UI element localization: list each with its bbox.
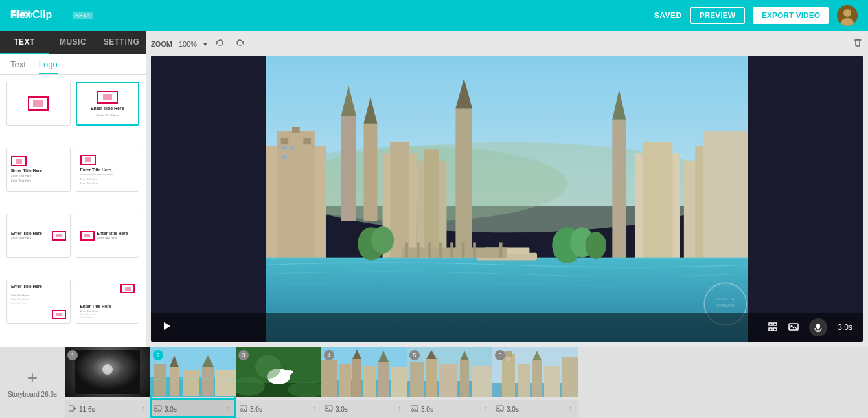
svg-point-89 [287, 370, 293, 374]
svg-rect-49 [462, 242, 465, 257]
undo-button[interactable] [214, 36, 227, 52]
svg-text:FLEXCLIP: FLEXCLIP [716, 297, 735, 301]
zoom-label: ZOOM [151, 40, 172, 48]
svg-rect-51 [499, 242, 503, 257]
zoom-value[interactable]: 100% [179, 40, 197, 48]
image-button[interactable] [788, 322, 799, 334]
clip-3-duration: 3.0s [250, 406, 308, 413]
canvas-area: ZOOM 100% ▾ [146, 31, 868, 347]
avatar[interactable] [837, 5, 858, 26]
clip-6-footer: 3.0s ⋮ [492, 400, 578, 418]
svg-rect-37 [290, 146, 295, 150]
storyboard: + Storyboard 26.6s [0, 347, 868, 418]
clip-2-type-icon [154, 405, 162, 413]
preview-button[interactable]: PREVIEW [690, 7, 745, 24]
svg-rect-112 [439, 364, 457, 397]
video-canvas: FLEXCLIP WATERMARK 3.0s [151, 56, 863, 342]
clip-3-menu[interactable]: ⋮ [311, 406, 317, 413]
template-card-3[interactable]: Enter Title Here Enter Title HereEnter T… [6, 148, 71, 192]
svg-rect-113 [460, 360, 469, 397]
svg-rect-98 [339, 364, 351, 397]
duration-label: 3.0s [838, 323, 852, 332]
template-card-6[interactable]: Enter Title Here Enter Text Here [76, 214, 140, 258]
clip-3-number: 3 [238, 350, 249, 360]
template-card-4[interactable]: Enter Title Here Enter Title Here Enter … [76, 148, 140, 192]
svg-rect-14 [281, 138, 289, 144]
svg-rect-101 [363, 366, 376, 397]
svg-rect-80 [202, 367, 214, 396]
svg-rect-17 [341, 116, 356, 221]
svg-rect-15 [292, 127, 300, 133]
svg-point-71 [102, 364, 113, 375]
svg-rect-123 [518, 364, 530, 397]
clip-2-footer: 3.0s ⋮ [150, 400, 236, 418]
svg-rect-63 [769, 328, 772, 331]
svg-rect-28 [612, 120, 626, 267]
svg-point-7 [843, 9, 851, 17]
clip-2-number: 2 [153, 350, 163, 360]
play-button[interactable] [161, 321, 172, 334]
clip-4-thumbnail[interactable]: 4 [321, 347, 407, 400]
clip-4-type-icon [325, 405, 333, 413]
clip-4-duration: 3.0s [336, 406, 394, 413]
clip-5-duration: 3.0s [421, 406, 479, 413]
sub-tab-logo[interactable]: Logo [39, 60, 58, 74]
svg-rect-61 [769, 323, 772, 325]
svg-rect-62 [773, 323, 777, 325]
svg-rect-31 [643, 142, 673, 267]
clip-1-thumbnail[interactable]: 1 [65, 347, 150, 400]
clip-5: 5 3.0s ⋮ [407, 347, 492, 418]
delete-button[interactable] [852, 38, 863, 50]
mic-button[interactable] [809, 318, 827, 336]
clip-2-menu[interactable]: ⋮ [225, 406, 232, 413]
template-card-7[interactable]: Enter Title Here Enter Text Here Enter T… [6, 280, 71, 324]
clip-5-thumbnail[interactable]: 5 [407, 347, 492, 400]
svg-rect-104 [391, 367, 407, 397]
template-card-8[interactable]: Enter Title Here Enter Text Here Enter T… [76, 280, 140, 324]
zoom-dropdown-icon[interactable]: ▾ [203, 40, 207, 49]
clip-1-number: 1 [67, 350, 78, 360]
sub-tab-text[interactable]: Text [10, 60, 26, 74]
clip-1-menu[interactable]: ⋮ [140, 406, 146, 413]
svg-point-122 [505, 356, 512, 362]
template-card-2[interactable]: Enter Title Here Enter Text Here [76, 82, 140, 126]
clip-3-type-icon [240, 405, 247, 413]
svg-rect-79 [183, 370, 199, 396]
svg-rect-45 [417, 242, 420, 257]
svg-point-53 [371, 226, 394, 254]
clip-2-thumbnail[interactable]: 2 [150, 347, 236, 400]
svg-rect-64 [773, 328, 777, 331]
svg-rect-115 [472, 366, 492, 397]
svg-rect-44 [405, 242, 408, 257]
export-button[interactable]: EXPORT VIDEO [753, 7, 829, 24]
tab-text[interactable]: TEXT [0, 31, 49, 54]
fullscreen-button[interactable] [768, 322, 778, 334]
svg-rect-99 [352, 359, 361, 397]
svg-rect-124 [532, 360, 542, 397]
svg-rect-110 [426, 359, 437, 397]
clip-1-type-icon [69, 405, 76, 413]
svg-rect-47 [439, 242, 442, 257]
add-icon[interactable]: + [27, 368, 38, 388]
clip-6-menu[interactable]: ⋮ [567, 406, 574, 413]
logo-area: Flex Clip Flex Clip BETA [10, 7, 93, 25]
clip-1-footer: 11.6s ⋮ [65, 400, 150, 418]
clip-4-footer: 3.0s ⋮ [321, 400, 407, 418]
redo-button[interactable] [233, 36, 246, 52]
canvas-toolbar: ZOOM 100% ▾ [151, 36, 863, 52]
svg-rect-35 [703, 131, 748, 266]
panel-tabs: TEXT MUSIC SETTING [0, 31, 146, 54]
tab-music[interactable]: MUSIC [49, 31, 97, 54]
clip-4-menu[interactable]: ⋮ [396, 406, 403, 413]
template-card-1[interactable] [6, 82, 71, 126]
clip-1: 1 11.6s ⋮ [65, 347, 150, 418]
clip-3-thumbnail[interactable]: 3 [236, 347, 321, 400]
svg-rect-126 [544, 366, 560, 397]
tab-setting[interactable]: SETTING [97, 31, 146, 54]
svg-rect-16 [303, 138, 311, 144]
clip-5-menu[interactable]: ⋮ [482, 406, 488, 413]
svg-marker-73 [74, 407, 76, 410]
clip-6-thumbnail[interactable]: 6 [492, 347, 578, 400]
template-card-5[interactable]: Enter Title Here Enter Text Here [6, 214, 71, 258]
svg-rect-38 [282, 155, 287, 159]
